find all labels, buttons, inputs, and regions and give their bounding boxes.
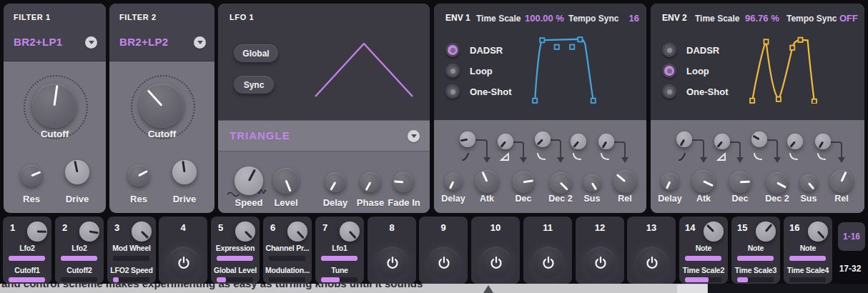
mod-source-bar[interactable] [321, 256, 357, 261]
env-dec2-knob[interactable] [766, 172, 788, 194]
env-sus-knob[interactable] [800, 174, 817, 192]
slot-number: 10 [471, 222, 520, 233]
mod-dest-bar[interactable] [9, 277, 45, 282]
power-button[interactable] [167, 247, 199, 279]
mod-source-bar[interactable] [685, 256, 721, 261]
radio-loop[interactable] [445, 64, 460, 78]
mod-amount-knob[interactable] [132, 222, 152, 242]
lfo-wave-select[interactable]: TRIANGLE [218, 120, 430, 152]
env-rel-knob[interactable] [830, 170, 853, 193]
scrollbar-segment[interactable] [677, 284, 707, 293]
mod-dest-bar[interactable] [217, 277, 253, 282]
mod-dest-label: Cutoff2 [55, 266, 104, 274]
chevron-down-icon[interactable] [408, 130, 420, 142]
env-rel-knob[interactable] [613, 170, 636, 193]
radio-dadsr[interactable] [662, 43, 676, 57]
mod-amount-knob[interactable] [340, 222, 360, 242]
filter-2-title: FILTER 2 [119, 13, 157, 21]
sus-curve-knob[interactable] [571, 134, 586, 149]
mod-dest-bar[interactable] [61, 277, 97, 282]
rel-curve-knob[interactable] [815, 134, 831, 149]
mod-amount-knob[interactable] [235, 222, 255, 242]
env-dec-knob[interactable] [729, 172, 751, 193]
drive-knob[interactable] [65, 160, 89, 184]
res-knob[interactable] [128, 165, 149, 187]
atk-curve-knob[interactable] [676, 131, 692, 147]
env-1-curve-display[interactable] [529, 35, 602, 104]
mod-amount-knob[interactable] [756, 222, 776, 242]
dec-curve-knob[interactable] [498, 134, 513, 149]
env-dec-knob[interactable] [513, 172, 534, 193]
radio-loop[interactable] [662, 64, 676, 78]
lfo-speed-knob[interactable] [235, 167, 263, 195]
mod-dest-bar[interactable] [685, 277, 721, 282]
power-button[interactable] [636, 247, 668, 279]
lfo-1-title: LFO 1 [230, 13, 254, 21]
mod-dest-bar[interactable] [789, 277, 826, 282]
mod-source-bar[interactable] [113, 256, 149, 261]
power-button[interactable] [376, 247, 408, 279]
power-button[interactable] [428, 247, 460, 279]
lfo-level-knob[interactable] [273, 168, 299, 194]
radio-dadsr[interactable] [445, 43, 460, 57]
mod-dest-bar[interactable] [321, 277, 357, 282]
lfo-waveform-display[interactable] [312, 39, 416, 99]
mod-amount-knob[interactable] [27, 222, 47, 242]
mod-dest-bar[interactable] [737, 277, 774, 282]
mod-dest-bar[interactable] [113, 277, 149, 282]
mode-oneshot-label: One-Shot [470, 86, 512, 97]
drive-label: Drive [163, 194, 206, 204]
cutoff-knob[interactable] [32, 84, 77, 128]
mod-dest-bar[interactable] [269, 277, 305, 282]
env-delay-knob[interactable] [661, 173, 679, 190]
radio-oneshot[interactable] [662, 84, 676, 99]
mod-source-bar[interactable] [217, 256, 253, 261]
tempo-sync-value[interactable]: OFF [839, 13, 858, 24]
power-button[interactable] [532, 247, 564, 279]
chevron-down-icon[interactable] [194, 36, 206, 49]
mod-source-bar[interactable] [737, 256, 774, 261]
mod-source-bar[interactable] [9, 256, 45, 261]
mod-source-bar[interactable] [61, 256, 97, 261]
chevron-down-icon[interactable] [85, 36, 97, 49]
env-atk-knob[interactable] [475, 170, 498, 193]
dec-curve-knob[interactable] [714, 134, 730, 149]
filter-1-type-select[interactable]: BR2+LP1 [14, 36, 62, 48]
power-button[interactable] [480, 247, 512, 279]
lfo-fadein-knob[interactable] [393, 172, 413, 192]
sus-curve-knob[interactable] [787, 134, 803, 149]
env-sus-knob[interactable] [583, 174, 601, 192]
time-scale-value[interactable]: 96.76 % [745, 13, 779, 24]
rel-curve-knob[interactable] [598, 134, 614, 149]
radio-oneshot[interactable] [445, 84, 460, 99]
mod-amount-knob[interactable] [704, 222, 724, 242]
filter-2-type-select[interactable]: BR2+LP2 [119, 36, 168, 48]
mod-source-bar[interactable] [269, 256, 305, 261]
dec2-curve-knob[interactable] [751, 131, 767, 147]
atk-curve-knob[interactable] [460, 131, 475, 147]
scroll-marker[interactable] [483, 285, 493, 293]
tab-slots-17-32[interactable]: 17-32 [832, 262, 868, 276]
lfo-sync-button[interactable]: Sync [234, 76, 274, 94]
tempo-sync-value[interactable]: 16 [629, 13, 639, 24]
tab-slots-1-16[interactable]: 1-16 [838, 222, 865, 251]
mod-amount-knob[interactable] [79, 222, 99, 242]
env-delay-knob[interactable] [445, 173, 462, 190]
lfo-global-button[interactable]: Global [234, 44, 278, 62]
power-button[interactable] [584, 247, 616, 279]
env-2-curve-display[interactable] [747, 35, 820, 104]
lfo-delay-knob[interactable] [325, 172, 345, 192]
lfo-phase-knob[interactable] [360, 172, 380, 192]
mod-source-label: Note [784, 244, 832, 252]
drive-knob[interactable] [172, 160, 197, 184]
time-scale-value[interactable]: 100.00 % [525, 13, 564, 24]
res-knob[interactable] [21, 165, 42, 187]
env-dec2-knob[interactable] [550, 172, 571, 194]
env-atk-knob[interactable] [692, 170, 715, 193]
mod-amount-knob[interactable] [808, 222, 828, 242]
cutoff-knob[interactable] [139, 84, 184, 128]
background-page-strip: and control scheme makes experimenting a… [0, 284, 868, 293]
mod-source-bar[interactable] [789, 256, 826, 261]
dec2-curve-knob[interactable] [535, 131, 551, 147]
mod-amount-knob[interactable] [287, 222, 307, 242]
